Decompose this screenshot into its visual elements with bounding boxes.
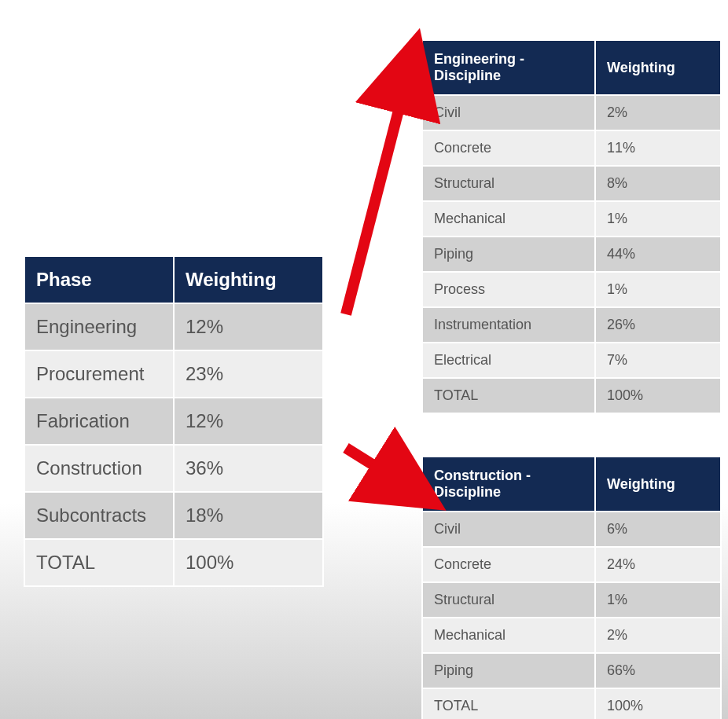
table-row: Piping44%	[423, 237, 720, 271]
table-row: Electrical7%	[423, 343, 720, 377]
cell-weight: 1%	[596, 583, 720, 617]
cell-weight: 36%	[175, 446, 322, 491]
table-row: Structural1%	[423, 583, 720, 617]
cell-weight: 24%	[596, 548, 720, 581]
cell-label: Subcontracts	[25, 493, 173, 538]
table-row: Procurement23%	[25, 351, 322, 397]
cell-weight: 100%	[596, 379, 720, 413]
cell-weight: 11%	[596, 131, 720, 165]
table-row: Civil6%	[423, 512, 720, 546]
table-row: Process1%	[423, 273, 720, 306]
table-row: Concrete11%	[423, 131, 720, 165]
phase-weighting-table: Phase Weighting Engineering12% Procureme…	[24, 255, 324, 587]
phase-header-weighting: Weighting	[175, 257, 322, 303]
construction-discipline-table: Construction - Discipline Weighting Civi…	[421, 456, 722, 719]
cell-label: Instrumentation	[423, 308, 594, 342]
cell-weight: 8%	[596, 167, 720, 200]
eng-header-weighting: Weighting	[596, 41, 720, 94]
table-row-total: TOTAL100%	[423, 689, 720, 719]
cell-label: Concrete	[423, 548, 594, 581]
cell-weight: 2%	[596, 618, 720, 652]
con-header-weighting: Weighting	[596, 457, 720, 511]
cell-label: TOTAL	[423, 689, 594, 719]
cell-label: Piping	[423, 237, 594, 271]
svg-line-1	[346, 448, 409, 487]
table-row: Construction36%	[25, 446, 322, 491]
cell-label: Engineering	[25, 304, 173, 350]
table-row: Piping66%	[423, 654, 720, 688]
table-row: Instrumentation26%	[423, 308, 720, 342]
table-row: Concrete24%	[423, 548, 720, 581]
cell-weight: 100%	[596, 689, 720, 719]
table-row: Mechanical2%	[423, 618, 720, 652]
table-row: Mechanical1%	[423, 202, 720, 236]
cell-weight: 18%	[175, 493, 322, 538]
cell-label: Procurement	[25, 351, 173, 397]
arrow-icon	[338, 440, 425, 503]
cell-label: Mechanical	[423, 618, 594, 652]
cell-weight: 66%	[596, 654, 720, 688]
cell-label: Mechanical	[423, 202, 594, 236]
cell-label: Structural	[423, 583, 594, 617]
cell-weight: 100%	[175, 540, 322, 585]
cell-weight: 7%	[596, 343, 720, 377]
cell-weight: 1%	[596, 273, 720, 306]
table-row-total: TOTAL100%	[423, 379, 720, 413]
cell-label: Civil	[423, 512, 594, 546]
cell-label: Process	[423, 273, 594, 306]
table-row: Structural8%	[423, 167, 720, 200]
eng-header-label: Engineering - Discipline	[423, 41, 594, 94]
phase-header-label: Phase	[25, 257, 173, 303]
cell-label: TOTAL	[423, 379, 594, 413]
table-row: Subcontracts18%	[25, 493, 322, 538]
cell-weight: 6%	[596, 512, 720, 546]
cell-label: TOTAL	[25, 540, 173, 585]
con-header-label: Construction - Discipline	[423, 457, 594, 511]
cell-label: Civil	[423, 96, 594, 130]
cell-label: Fabrication	[25, 398, 173, 444]
cell-label: Structural	[423, 167, 594, 200]
cell-label: Electrical	[423, 343, 594, 377]
cell-label: Piping	[423, 654, 594, 688]
cell-weight: 12%	[175, 398, 322, 444]
cell-weight: 26%	[596, 308, 720, 342]
cell-weight: 12%	[175, 304, 322, 350]
cell-label: Construction	[25, 446, 173, 491]
table-row: Fabrication12%	[25, 398, 322, 444]
cell-weight: 2%	[596, 96, 720, 130]
table-row: Civil2%	[423, 96, 720, 130]
arrow-icon	[338, 55, 425, 322]
cell-weight: 23%	[175, 351, 322, 397]
cell-weight: 44%	[596, 237, 720, 271]
svg-line-0	[346, 71, 409, 314]
table-row: Engineering12%	[25, 304, 322, 350]
table-row-total: TOTAL100%	[25, 540, 322, 585]
cell-weight: 1%	[596, 202, 720, 236]
engineering-discipline-table: Engineering - Discipline Weighting Civil…	[421, 39, 722, 414]
cell-label: Concrete	[423, 131, 594, 165]
